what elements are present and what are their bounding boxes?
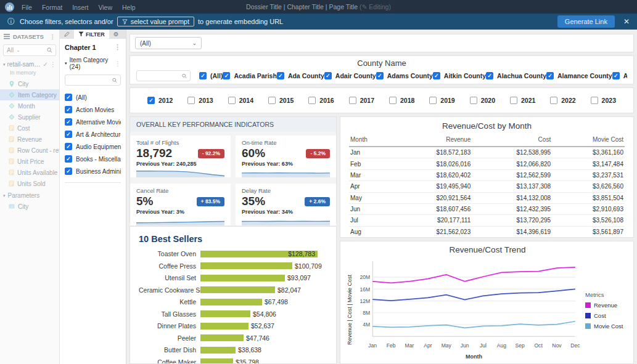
checkbox-checked[interactable] (65, 143, 72, 150)
year-option-2021[interactable]: 2021 (510, 97, 535, 104)
bar[interactable] (200, 275, 285, 281)
checkbox-checked[interactable] (65, 168, 72, 175)
filter-option-action-movies[interactable]: Action Movies (65, 103, 121, 116)
county-option-all[interactable]: (All) (199, 72, 223, 79)
legend-item-cost[interactable]: Cost (585, 312, 630, 319)
checkbox-checked[interactable] (147, 97, 155, 104)
checkbox-checked[interactable] (199, 72, 207, 79)
year-option-2019[interactable]: 2019 (429, 97, 454, 104)
checkbox-checked[interactable] (65, 94, 72, 101)
checkbox-unchecked[interactable] (470, 97, 477, 104)
parameter-item-city[interactable]: xCity (0, 201, 59, 212)
column-header-cost[interactable]: Cost (472, 134, 552, 147)
county-option-alamance-county[interactable]: Alamance County (546, 72, 612, 79)
menu-help[interactable]: Help (122, 4, 136, 11)
checkbox-checked[interactable] (223, 72, 230, 79)
datasets-menu-icon[interactable]: ⋮ (50, 33, 56, 40)
legend-item-revenue[interactable]: Revenue (585, 302, 630, 309)
tab-edit[interactable] (60, 30, 74, 39)
county-option-adams-county[interactable]: Adams County (376, 72, 433, 79)
year-option-2015[interactable]: 2015 (268, 97, 294, 104)
bar[interactable] (200, 286, 275, 293)
year-option-2016[interactable]: 2016 (308, 97, 334, 104)
county-option-aitkin-county[interactable]: Aitkin County (433, 72, 486, 79)
checkbox-unchecked[interactable] (349, 97, 356, 104)
column-header-movie-cost[interactable]: Movie Cost (552, 134, 625, 147)
filter-search-input[interactable] (68, 77, 112, 84)
bar[interactable] (200, 358, 233, 364)
county-option-alamed[interactable]: Alamed (612, 72, 627, 79)
bar[interactable] (200, 334, 244, 341)
checkbox-unchecked[interactable] (187, 97, 195, 104)
legend-item-movie-cost[interactable]: Movie Cost (585, 323, 630, 330)
line-series-cost[interactable] (372, 289, 575, 301)
generate-link-button[interactable]: Generate Link (557, 15, 615, 28)
sidebar-item-unit-price[interactable]: Unit Price (0, 156, 59, 167)
year-option-2014[interactable]: 2014 (228, 97, 253, 104)
trend-line-chart[interactable]: 4M8M12M16M20MJanFebMarAprMayJunJulAugSep… (354, 256, 585, 363)
checkbox-unchecked[interactable] (268, 97, 276, 104)
filter-group-menu-icon[interactable]: ⋮ (115, 60, 121, 67)
bar[interactable] (200, 323, 249, 330)
app-logo-icon[interactable] (5, 2, 14, 12)
checkbox-checked[interactable] (65, 155, 72, 163)
chapter-menu-icon[interactable]: ⋮ (114, 43, 121, 51)
bar[interactable] (200, 262, 292, 269)
county-search-box[interactable] (136, 70, 191, 81)
checkbox-checked[interactable] (486, 72, 493, 79)
year-option-2018[interactable]: 2018 (389, 97, 414, 104)
sidebar-item-item-category[interactable]: Item Category (0, 89, 59, 100)
bar[interactable] (200, 299, 262, 305)
sidebar-item-revenue[interactable]: Revenue (0, 134, 59, 145)
column-header-month[interactable]: Month (349, 134, 392, 147)
caret-down-icon[interactable]: ▾ (3, 62, 6, 67)
tab-filter[interactable]: FILTER (74, 30, 109, 39)
menu-format[interactable]: Format (42, 4, 62, 11)
caret-down-icon[interactable]: ▾ (65, 61, 67, 66)
select-value-prompt-button[interactable]: select value prompt (117, 17, 194, 26)
checkbox-checked[interactable] (433, 72, 440, 79)
filter-option-books-miscellaneous[interactable]: Books - Miscellaneous (65, 153, 121, 165)
filter-option-audio-equipment[interactable]: Audio Equipment (65, 140, 121, 153)
year-option-2012[interactable]: 2012 (147, 97, 173, 104)
line-series-revenue[interactable] (372, 267, 575, 283)
dataset-root[interactable]: ▾ retail-sample-d... ✓ ⋮ (0, 60, 59, 69)
bar[interactable] (200, 347, 236, 354)
menu-file[interactable]: File (22, 4, 32, 11)
checkbox-checked[interactable] (65, 118, 72, 126)
sidebar-item-units-sold[interactable]: Units Sold (0, 178, 59, 189)
sidebar-item-cost[interactable]: Cost (0, 123, 59, 134)
checkbox-unchecked[interactable] (550, 97, 557, 104)
dataset-menu-icon[interactable]: ⋮ (50, 61, 56, 68)
checkbox-unchecked[interactable] (308, 97, 316, 104)
all-dropdown[interactable]: (All) ⌄ (135, 37, 202, 49)
checkbox-checked[interactable] (376, 72, 384, 79)
filter-option-art-architecture[interactable]: Art & Architecture (65, 128, 121, 140)
close-banner-icon[interactable]: ✕ (623, 17, 630, 26)
bar[interactable]: $128,783 (200, 251, 318, 257)
year-option-2020[interactable]: 2020 (470, 97, 495, 104)
checkbox-unchecked[interactable] (429, 97, 437, 104)
checkbox-checked[interactable] (324, 72, 332, 79)
filter-option-alternative-movies[interactable]: Alternative Movies (65, 116, 121, 128)
checkbox-unchecked[interactable] (591, 97, 598, 104)
filter-search-box[interactable] (65, 75, 121, 86)
checkbox-unchecked[interactable] (510, 97, 517, 104)
menu-view[interactable]: View (98, 4, 112, 11)
year-option-2013[interactable]: 2013 (187, 97, 213, 104)
filter-option-business-administration[interactable]: Business Administration (65, 165, 121, 177)
checkbox-unchecked[interactable] (228, 97, 236, 104)
search-icon[interactable] (47, 47, 52, 53)
checkbox-checked[interactable] (612, 72, 620, 79)
sidebar-item-row-count-ret[interactable]: Row Count - ret... (0, 145, 59, 156)
checkbox-checked[interactable] (277, 72, 284, 79)
sidebar-item-month[interactable]: Month (0, 100, 59, 111)
county-option-adair-county[interactable]: Adair County (324, 72, 376, 79)
county-search-input[interactable] (140, 73, 182, 79)
menu-insert[interactable]: Insert (72, 4, 88, 11)
checkbox-unchecked[interactable] (389, 97, 397, 104)
tab-settings[interactable]: ⚙ (109, 30, 123, 39)
county-option-ada-county[interactable]: Ada County (277, 72, 324, 79)
sidebar-item-city[interactable]: City (0, 78, 59, 89)
datasets-filter-bar[interactable]: All ⌄ (3, 44, 56, 56)
